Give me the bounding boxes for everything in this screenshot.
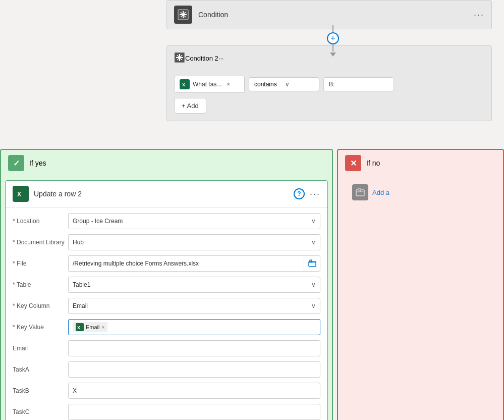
condition-tag-pill[interactable]: X What tas... ×: [174, 76, 245, 93]
key-column-chevron-icon: ∨: [311, 302, 316, 309]
add-step-button[interactable]: +: [327, 32, 339, 44]
condition2-more-button[interactable]: ···: [218, 55, 224, 62]
condition-operator-select[interactable]: contains ∨: [249, 77, 319, 91]
update-row-block: X Update a row 2 ? ··· * Location Group: [5, 180, 328, 420]
help-button[interactable]: ?: [294, 188, 305, 199]
taskC-label: TaskC: [13, 408, 68, 415]
update-row-more-button[interactable]: ···: [310, 189, 320, 199]
key-value-label: * Key Value: [13, 324, 68, 331]
key-value-tag-text: Email: [86, 324, 100, 330]
taskC-row: TaskC: [13, 403, 320, 420]
file-browse-button[interactable]: [304, 255, 320, 272]
branch-no-icon: ✕: [345, 155, 361, 171]
taskA-input[interactable]: [68, 361, 320, 378]
condition-value-input[interactable]: B:: [323, 77, 394, 91]
update-row-form: * Location Group - Ice Cream ∨ * Documen…: [6, 207, 327, 420]
connector-line-bottom: [332, 44, 333, 51]
condition-title: Condition: [198, 11, 474, 19]
email-input[interactable]: [68, 340, 320, 356]
table-value: Table1: [73, 281, 90, 288]
branch-if-no: ✕ If no Add a: [337, 149, 504, 420]
condition-block-icon: [174, 6, 192, 24]
taskB-input[interactable]: [68, 383, 320, 399]
taskA-label: TaskA: [13, 366, 68, 373]
branch-yes-icon: ✓: [8, 155, 24, 171]
svg-rect-21: [358, 188, 361, 190]
file-row: * File /Retrieving multiple choice Forms…: [13, 255, 320, 272]
condition-tag-text: What tas...: [193, 81, 221, 88]
doc-library-label: * Document Library: [13, 239, 68, 246]
file-value: /Retrieving multiple choice Forms Answer…: [69, 260, 304, 267]
key-column-value: Email: [73, 302, 88, 309]
key-value-tag-close[interactable]: ×: [102, 325, 105, 330]
taskC-input[interactable]: [68, 404, 320, 420]
update-row-actions: ? ···: [294, 188, 320, 199]
location-value: Group - Ice Cream: [73, 218, 123, 225]
location-chevron-icon: ∨: [311, 218, 316, 225]
branch-if-yes: ✓ If yes X Update a row 2 ? ···: [0, 149, 333, 420]
table-chevron-icon: ∨: [311, 281, 316, 288]
doc-library-chevron-icon: ∨: [311, 239, 316, 246]
location-select[interactable]: Group - Ice Cream ∨: [68, 213, 320, 229]
email-label: Email: [13, 345, 68, 352]
connector-arrow: [330, 52, 336, 57]
doc-library-select[interactable]: Hub ∨: [68, 234, 320, 250]
doc-library-value: Hub: [73, 239, 84, 246]
branch-yes-label: If yes: [29, 159, 46, 167]
location-row: * Location Group - Ice Cream ∨: [13, 213, 320, 230]
condition-row: X What tas... × contains ∨ B:: [174, 76, 484, 93]
add-condition-button-row: + Add: [174, 98, 484, 114]
condition2-body: X What tas... × contains ∨ B: + Add: [167, 71, 491, 121]
branch-no-label: If no: [366, 159, 380, 167]
add-action-button[interactable]: Add a: [345, 180, 397, 204]
update-row-icon: X: [13, 186, 29, 202]
add-action-icon: [352, 184, 368, 200]
key-value-row: * Key Value X Email ×: [13, 319, 320, 336]
update-row-title: Update a row 2: [34, 190, 289, 198]
svg-text:X: X: [77, 325, 80, 330]
condition2-title: Condition 2: [185, 55, 218, 62]
condition-tag-close[interactable]: ×: [227, 81, 230, 88]
taskA-row: TaskA: [13, 361, 320, 378]
operator-chevron-icon: ∨: [285, 81, 314, 88]
add-condition-button[interactable]: + Add: [174, 98, 206, 114]
connector-line-top: [332, 25, 333, 32]
condition-more-button[interactable]: ···: [474, 10, 484, 20]
email-row: Email: [13, 340, 320, 357]
plus-icon: +: [330, 34, 335, 43]
taskB-label: TaskB: [13, 387, 68, 394]
table-select[interactable]: Table1 ∨: [68, 277, 320, 293]
table-label: * Table: [13, 281, 68, 288]
file-input[interactable]: /Retrieving multiple choice Forms Answer…: [68, 255, 320, 272]
branches-container: ✓ If yes X Update a row 2 ? ···: [0, 149, 504, 420]
update-row-header: X Update a row 2 ? ···: [6, 181, 327, 207]
taskB-row: TaskB: [13, 382, 320, 399]
key-value-tag-icon: X: [76, 323, 84, 331]
svg-text:X: X: [17, 191, 21, 198]
key-column-select[interactable]: Email ∨: [68, 298, 320, 314]
doc-library-row: * Document Library Hub ∨: [13, 234, 320, 251]
condition-operator-text: contains: [254, 81, 283, 88]
condition2-icon: [174, 52, 185, 65]
branch-yes-header: ✓ If yes: [1, 150, 332, 176]
pill-excel-icon: X: [180, 79, 190, 89]
key-column-label: * Key Column: [13, 302, 68, 309]
add-action-label: Add a: [372, 189, 389, 196]
connector: +: [327, 25, 339, 57]
svg-rect-15: [310, 260, 312, 262]
table-row: * Table Table1 ∨: [13, 276, 320, 293]
svg-text:X: X: [182, 82, 185, 87]
key-value-tag: X Email ×: [73, 322, 107, 332]
key-value-input[interactable]: X Email ×: [68, 319, 320, 335]
condition2-block: Condition 2 ··· X What tas... × contains: [166, 45, 492, 121]
key-column-row: * Key Column Email ∨: [13, 297, 320, 314]
file-label: * File: [13, 260, 68, 267]
branch-no-header: ✕ If no: [338, 150, 503, 176]
location-label: * Location: [13, 218, 68, 225]
